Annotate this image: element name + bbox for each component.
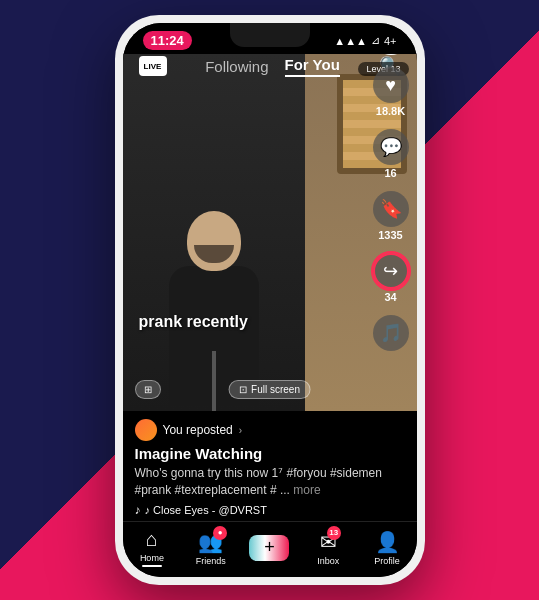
music-disc-button[interactable]: 🎵 (373, 315, 409, 351)
inbox-badge: 13 (327, 526, 341, 540)
inbox-label: Inbox (317, 556, 339, 566)
nav-tabs: Following For You (205, 56, 340, 77)
fullscreen-icon: ⊡ (239, 384, 247, 395)
wifi-icon: ⊿ (371, 34, 380, 47)
action-buttons: + ♥ 18.8K 💬 16 🔖 1335 ↪ 34 (373, 54, 409, 351)
more-link[interactable]: more (293, 483, 320, 497)
friends-badge: ● (213, 526, 227, 540)
notch (230, 23, 310, 47)
home-active-indicator (142, 565, 162, 567)
video-overlay-text: prank recently (139, 313, 248, 331)
chevron-right-icon: › (239, 425, 242, 436)
nav-profile[interactable]: 👤 Profile (367, 530, 407, 566)
like-group: ♥ 18.8K (373, 67, 409, 117)
like-button[interactable]: ♥ (373, 67, 409, 103)
comment-group: 💬 16 (373, 129, 409, 179)
share-button[interactable]: ↪ (373, 253, 409, 289)
status-icons: ▲▲▲ ⊿ 4+ (334, 34, 396, 47)
repost-small-btn[interactable]: ⊞ (135, 380, 161, 399)
home-label: Home (140, 553, 164, 563)
friends-icon-wrap: 👥 ● (198, 530, 223, 554)
bottom-navigation: ⌂ Home 👥 ● Friends + ✉ 13 (123, 521, 417, 577)
mic-stand (212, 351, 216, 411)
nav-home[interactable]: ⌂ Home (132, 528, 172, 567)
music-credit: ♪ Close Eyes - @DVRST (145, 504, 267, 516)
signal-icon: ▲▲▲ (334, 35, 367, 47)
phone-screen: 11:24 ▲▲▲ ⊿ 4+ LIVE Following For You 🔍 (123, 23, 417, 577)
bottom-info: You reposted › Imagine Watching Who's go… (123, 411, 417, 521)
music-disc-group: 🎵 (373, 315, 409, 351)
creator-avatar[interactable]: + (373, 54, 409, 55)
nav-friends[interactable]: 👥 ● Friends (191, 530, 231, 566)
description-text: Who's gonna try this now 1⁷ #foryou #sid… (135, 466, 382, 497)
fullscreen-label: Full screen (251, 384, 300, 395)
person-beard (194, 245, 234, 263)
video-description: Who's gonna try this now 1⁷ #foryou #sid… (135, 465, 405, 499)
inbox-icon-wrap: ✉ 13 (320, 530, 337, 554)
phone-frame: 11:24 ▲▲▲ ⊿ 4+ LIVE Following For You 🔍 (115, 15, 425, 585)
person-head (187, 211, 241, 271)
video-area[interactable]: prank recently Level 13 ⊞ ⊡ Full screen (123, 54, 417, 411)
live-icon: LIVE (139, 56, 167, 76)
user-avatar-small (135, 419, 157, 441)
repost-text: You reposted (163, 423, 233, 437)
nav-add[interactable]: + (249, 535, 289, 561)
add-icon: + (264, 537, 275, 558)
music-note-icon: ♪ (135, 503, 141, 517)
share-count: 34 (384, 291, 396, 303)
repost-line[interactable]: You reposted › (135, 419, 405, 441)
video-title: Imagine Watching (135, 445, 405, 462)
home-icon: ⌂ (146, 528, 158, 551)
share-group: ↪ 34 (373, 253, 409, 303)
fullscreen-button[interactable]: ⊡ Full screen (228, 380, 311, 399)
avatar-group: + (373, 54, 409, 55)
following-tab[interactable]: Following (205, 58, 268, 75)
nav-inbox[interactable]: ✉ 13 Inbox (308, 530, 348, 566)
profile-label: Profile (374, 556, 400, 566)
friends-label: Friends (196, 556, 226, 566)
live-badge[interactable]: LIVE (139, 56, 167, 76)
follow-plus-icon[interactable]: + (384, 54, 398, 55)
music-line[interactable]: ♪ ♪ Close Eyes - @DVRST (135, 503, 405, 517)
bookmark-count: 1335 (378, 229, 402, 241)
for-you-tab[interactable]: For You (285, 56, 340, 77)
battery-icon: 4+ (384, 35, 397, 47)
comment-button[interactable]: 💬 (373, 129, 409, 165)
profile-icon: 👤 (375, 530, 400, 554)
like-count: 18.8K (376, 105, 405, 117)
status-time: 11:24 (143, 31, 192, 50)
bookmark-group: 🔖 1335 (373, 191, 409, 241)
video-left-pane: prank recently (123, 54, 305, 411)
bookmark-button[interactable]: 🔖 (373, 191, 409, 227)
comment-count: 16 (384, 167, 396, 179)
add-button[interactable]: + (249, 535, 289, 561)
